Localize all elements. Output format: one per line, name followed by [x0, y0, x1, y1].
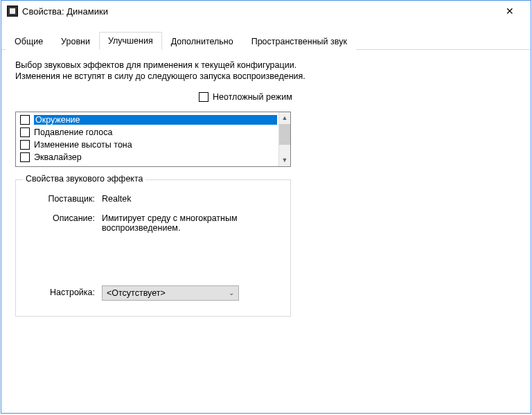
- tab-general[interactable]: Общие: [6, 33, 52, 50]
- spacer: [26, 233, 281, 281]
- speaker-app-icon: [7, 6, 18, 17]
- titlebar: Свойства: Динамики ✕: [1, 1, 531, 21]
- chevron-up-icon: ▲: [282, 114, 288, 121]
- scroll-track[interactable]: [279, 145, 290, 154]
- effect-checkbox[interactable]: [20, 115, 30, 125]
- description-row: Описание: Имитирует среду с многократным…: [26, 213, 281, 233]
- description-label: Описание:: [26, 213, 102, 223]
- effect-label: Изменение высоты тона: [34, 140, 277, 150]
- close-icon: ✕: [506, 6, 514, 17]
- effects-list: Окружение Подавление голоса Изменение вы…: [16, 112, 278, 166]
- description-value: Имитирует среду с многократным воспроизв…: [102, 213, 281, 233]
- effect-item-voice-suppress[interactable]: Подавление голоса: [17, 126, 277, 139]
- vendor-label: Поставщик:: [26, 194, 102, 204]
- effect-checkbox[interactable]: [20, 152, 30, 162]
- close-button[interactable]: ✕: [495, 1, 525, 21]
- vendor-value: Realtek: [102, 194, 281, 204]
- setting-label: Настройка:: [26, 285, 102, 297]
- instruction-text: Выбор звуковых эффектов для применения к…: [15, 60, 306, 82]
- effects-scrollbar[interactable]: ▲ ▼: [278, 112, 290, 166]
- effect-properties-group: Свойства звукового эффекта Поставщик: Re…: [15, 179, 291, 317]
- effect-item-pitch-shift[interactable]: Изменение высоты тона: [17, 139, 277, 151]
- chevron-down-icon: ▼: [282, 157, 288, 164]
- vendor-row: Поставщик: Realtek: [26, 194, 281, 204]
- effect-label: Эквалайзер: [34, 152, 277, 162]
- effect-checkbox[interactable]: [20, 140, 30, 150]
- setting-combobox[interactable]: <Отсутствует> ⌄: [102, 285, 239, 301]
- tab-content: Выбор звуковых эффектов для применения к…: [1, 50, 531, 326]
- effect-item-equalizer[interactable]: Эквалайзер: [17, 151, 277, 164]
- effects-listbox[interactable]: Окружение Подавление голоса Изменение вы…: [15, 112, 291, 167]
- setting-selected-text: <Отсутствует>: [107, 288, 166, 298]
- tab-levels[interactable]: Уровни: [52, 33, 99, 50]
- chevron-down-icon: ⌄: [229, 289, 234, 297]
- tab-spatial[interactable]: Пространственный звук: [242, 33, 356, 50]
- immediate-mode-label: Неотложный режим: [213, 92, 292, 102]
- immediate-mode-checkbox[interactable]: [199, 92, 209, 102]
- tab-advanced[interactable]: Дополнительно: [162, 33, 242, 50]
- window-title: Свойства: Динамики: [22, 6, 495, 17]
- effect-label: Подавление голоса: [34, 127, 277, 137]
- scroll-up-button[interactable]: ▲: [279, 112, 290, 124]
- tabs-bar: Общие Уровни Улучшения Дополнительно Про…: [1, 31, 531, 50]
- scroll-down-button[interactable]: ▼: [279, 154, 290, 166]
- immediate-mode-row: Неотложный режим: [199, 92, 517, 102]
- window: Свойства: Динамики ✕ Общие Уровни Улучше…: [1, 0, 531, 414]
- effect-label: Окружение: [34, 115, 277, 125]
- effect-checkbox[interactable]: [20, 127, 30, 137]
- effect-item-environment[interactable]: Окружение: [17, 114, 277, 126]
- setting-value-cell: <Отсутствует> ⌄: [102, 285, 281, 301]
- group-title: Свойства звукового эффекта: [23, 174, 145, 184]
- setting-row: Настройка: <Отсутствует> ⌄: [26, 285, 281, 301]
- scroll-thumb[interactable]: [279, 124, 290, 145]
- tab-enhancements[interactable]: Улучшения: [99, 32, 162, 50]
